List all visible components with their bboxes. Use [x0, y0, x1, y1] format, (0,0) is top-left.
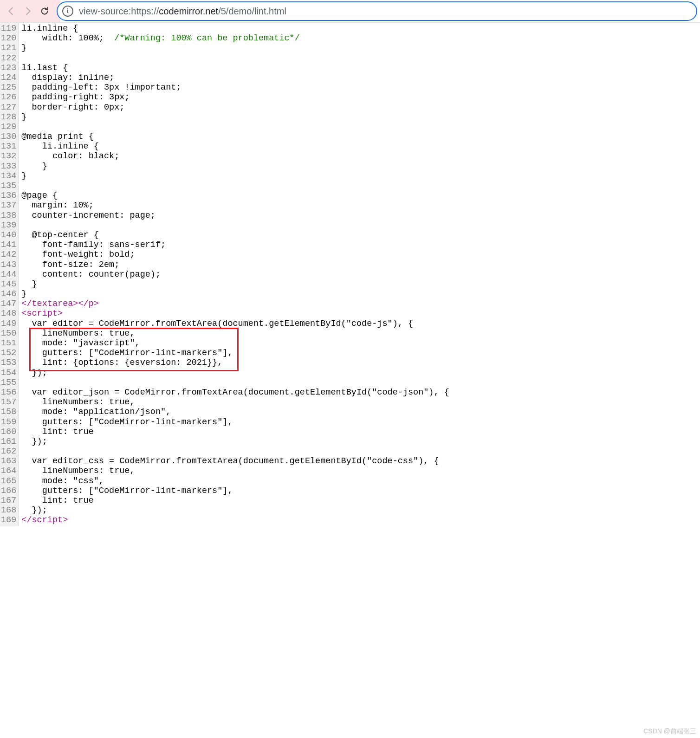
line-number: 146 — [1, 289, 16, 299]
source-line: var editor_json = CodeMirror.fromTextAre… — [21, 388, 449, 397]
source-line: font-family: sans-serif; — [21, 240, 449, 250]
line-number: 133 — [1, 162, 16, 171]
line-number: 167 — [1, 496, 16, 505]
source-line: }); — [21, 368, 449, 378]
reload-icon — [39, 6, 50, 16]
source-line: } — [21, 162, 449, 171]
line-number: 135 — [1, 181, 16, 191]
source-line: li.inline { — [21, 24, 449, 33]
forward-button[interactable] — [19, 3, 36, 19]
line-number: 132 — [1, 151, 16, 161]
source-line: counter-increment: page; — [21, 211, 449, 220]
source-line — [21, 181, 449, 191]
line-number: 140 — [1, 230, 16, 240]
line-number: 120 — [1, 33, 16, 43]
source-line: gutters: ["CodeMirror-lint-markers"], — [21, 486, 449, 496]
source-line: </script> — [21, 515, 449, 525]
line-number: 127 — [1, 103, 16, 112]
line-number: 149 — [1, 319, 16, 329]
source-line: } — [21, 279, 449, 289]
source-code[interactable]: li.inline { width: 100%; /*Warning: 100%… — [19, 23, 449, 526]
source-line: lineNumbers: true, — [21, 397, 449, 407]
address-bar[interactable]: i view-source:https://codemirror.net/5/d… — [57, 1, 697, 21]
reload-button[interactable] — [36, 3, 53, 19]
source-line: content: counter(page); — [21, 270, 449, 279]
source-line: padding-right: 3px; — [21, 92, 449, 102]
source-line: color: black; — [21, 151, 449, 161]
source-line: </textarea></p> — [21, 299, 449, 309]
source-line: gutters: ["CodeMirror-lint-markers"], — [21, 348, 449, 358]
line-number: 131 — [1, 142, 16, 151]
source-line: } — [21, 43, 449, 53]
line-number: 125 — [1, 83, 16, 92]
source-line: lineNumbers: true, — [21, 466, 449, 476]
line-number: 145 — [1, 279, 16, 289]
line-number: 162 — [1, 447, 16, 456]
source-line: }); — [21, 437, 449, 447]
line-number: 154 — [1, 368, 16, 378]
line-number: 164 — [1, 466, 16, 476]
line-number: 161 — [1, 437, 16, 447]
source-line: font-weight: bold; — [21, 250, 449, 259]
line-number: 119 — [1, 24, 16, 33]
source-line: border-right: 0px; — [21, 103, 449, 112]
line-number: 153 — [1, 358, 16, 368]
site-info-icon[interactable]: i — [62, 6, 73, 17]
browser-toolbar: i view-source:https://codemirror.net/5/d… — [0, 0, 700, 23]
line-number: 128 — [1, 112, 16, 122]
source-line: mode: "javascript", — [21, 338, 449, 348]
line-number: 134 — [1, 171, 16, 181]
source-line: gutters: ["CodeMirror-lint-markers"], — [21, 417, 449, 427]
source-line: }); — [21, 505, 449, 515]
line-number: 148 — [1, 309, 16, 318]
line-number: 168 — [1, 505, 16, 515]
line-number: 157 — [1, 397, 16, 407]
source-line: mode: "application/json", — [21, 407, 449, 417]
line-number: 126 — [1, 92, 16, 102]
source-line: lineNumbers: true, — [21, 329, 449, 338]
line-number: 137 — [1, 201, 16, 210]
line-number: 144 — [1, 270, 16, 279]
source-viewer: 1191201211221231241251261271281291301311… — [0, 23, 700, 526]
line-number: 147 — [1, 299, 16, 309]
source-line: } — [21, 171, 449, 181]
line-number: 122 — [1, 53, 16, 63]
source-line: var editor_css = CodeMirror.fromTextArea… — [21, 456, 449, 466]
source-line — [21, 378, 449, 388]
line-number: 129 — [1, 122, 16, 132]
line-number: 163 — [1, 456, 16, 466]
source-line — [21, 447, 449, 456]
source-line: lint: true — [21, 427, 449, 437]
line-number: 158 — [1, 407, 16, 417]
arrow-right-icon — [23, 6, 33, 16]
line-number: 142 — [1, 250, 16, 259]
source-line — [21, 122, 449, 132]
line-number: 165 — [1, 476, 16, 486]
line-number: 136 — [1, 191, 16, 201]
line-number: 130 — [1, 132, 16, 142]
source-line: margin: 10%; — [21, 201, 449, 210]
back-button[interactable] — [3, 3, 19, 19]
line-number: 143 — [1, 260, 16, 270]
line-number: 169 — [1, 515, 16, 525]
line-number: 138 — [1, 211, 16, 220]
source-line: font-size: 2em; — [21, 260, 449, 270]
url-text: view-source:https://codemirror.net/5/dem… — [79, 6, 286, 17]
source-line: @top-center { — [21, 230, 449, 240]
line-number-gutter: 1191201211221231241251261271281291301311… — [0, 23, 19, 526]
line-number: 141 — [1, 240, 16, 250]
line-number: 139 — [1, 220, 16, 230]
source-line: padding-left: 3px !important; — [21, 83, 449, 92]
line-number: 124 — [1, 73, 16, 83]
source-line: @page { — [21, 191, 449, 201]
line-number: 123 — [1, 63, 16, 73]
line-number: 159 — [1, 417, 16, 427]
source-line: } — [21, 289, 449, 299]
line-number: 152 — [1, 348, 16, 358]
source-line: lint: true — [21, 496, 449, 505]
source-line: li.last { — [21, 63, 449, 73]
line-number: 121 — [1, 43, 16, 53]
source-line: @media print { — [21, 132, 449, 142]
line-number: 155 — [1, 378, 16, 388]
source-line — [21, 53, 449, 63]
